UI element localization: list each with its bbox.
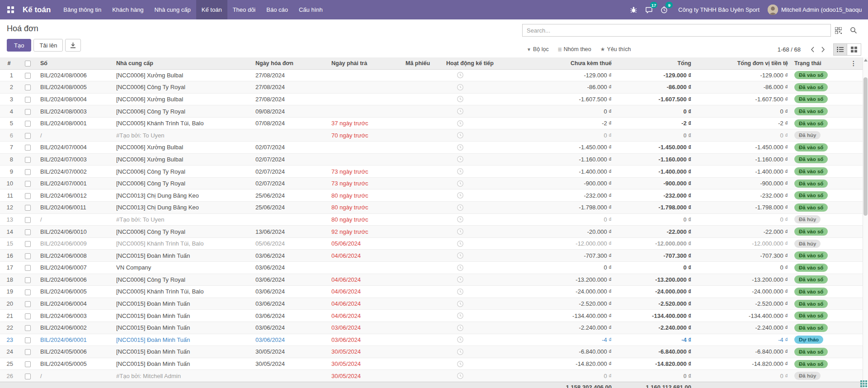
total-currency-cell[interactable]: -4 ₫: [694, 334, 791, 346]
group-by-button[interactable]: ☰ Nhóm theo: [553, 46, 596, 52]
ref-cell[interactable]: [402, 105, 443, 118]
ref-cell[interactable]: [402, 262, 443, 274]
row-checkbox[interactable]: [25, 193, 31, 199]
table-row[interactable]: 10 BIL/2024/07/0001 [NCC0006] Công Ty Ro…: [0, 177, 863, 189]
next-activity-cell[interactable]: [443, 189, 495, 202]
invoice-date-cell[interactable]: 03/06/2024: [252, 310, 328, 322]
untaxed-cell[interactable]: 0 ₫: [495, 105, 615, 118]
total-currency-cell[interactable]: -1.400.000 ₫: [694, 166, 791, 178]
menu-item-reports[interactable]: Báo cáo: [261, 0, 293, 19]
ref-cell[interactable]: [402, 250, 443, 262]
messages-button[interactable]: 17: [641, 0, 656, 19]
row-checkbox[interactable]: [25, 157, 31, 163]
untaxed-cell[interactable]: -20.000 ₫: [495, 226, 615, 238]
row-checkbox[interactable]: [25, 313, 31, 319]
next-activity-cell[interactable]: [443, 202, 495, 214]
activity-clock-icon[interactable]: [457, 71, 492, 79]
ref-cell[interactable]: [402, 286, 443, 298]
header-number[interactable]: Số: [37, 57, 113, 69]
due-date-cell[interactable]: 73 ngày trước: [328, 166, 402, 178]
table-row[interactable]: 9 BIL/2024/07/0002 [NCC0006] Công Ty Roy…: [0, 166, 863, 178]
bill-number-cell[interactable]: BIL/2024/06/0006: [37, 274, 113, 286]
due-date-cell[interactable]: 80 ngày trước: [328, 202, 402, 214]
row-checkbox[interactable]: [25, 277, 31, 283]
activity-clock-icon[interactable]: [457, 144, 492, 151]
vendor-cell[interactable]: [NCC0006] Xưởng Bulbal: [113, 142, 252, 154]
activity-clock-icon[interactable]: [457, 168, 492, 175]
activity-clock-icon[interactable]: [457, 156, 492, 163]
total-cell[interactable]: -900.000 ₫: [615, 177, 694, 189]
total-cell[interactable]: -232.000 ₫: [615, 189, 694, 202]
next-activity-cell[interactable]: [443, 117, 495, 129]
untaxed-cell[interactable]: 0 ₫: [495, 370, 615, 382]
due-date-cell[interactable]: 30/05/2024: [328, 370, 402, 382]
untaxed-cell[interactable]: -13.200.000 ₫: [495, 274, 615, 286]
due-date-cell[interactable]: 70 ngày trước: [328, 129, 402, 142]
total-cell[interactable]: -707.300 ₫: [615, 250, 694, 262]
total-currency-cell[interactable]: -2 ₫: [694, 117, 791, 129]
due-date-cell[interactable]: 80 ngày trước: [328, 213, 402, 226]
invoice-date-cell[interactable]: [252, 213, 328, 226]
due-date-cell[interactable]: 04/06/2024: [328, 250, 402, 262]
invoice-date-cell[interactable]: 02/07/2024: [252, 142, 328, 154]
bill-number-cell[interactable]: BIL/2024/06/0010: [37, 226, 113, 238]
bill-number-cell[interactable]: BIL/2024/07/0003: [37, 153, 113, 166]
total-currency-cell[interactable]: -24.000.000 ₫: [694, 286, 791, 298]
invoice-date-cell[interactable]: 27/08/2024: [252, 81, 328, 94]
next-activity-cell[interactable]: [443, 298, 495, 310]
debug-button[interactable]: [626, 0, 641, 19]
vendor-cell[interactable]: [NCC0013] Chị Dung Băng Keo: [113, 202, 252, 214]
activity-clock-icon[interactable]: [457, 240, 492, 247]
bill-number-cell[interactable]: BIL/2024/06/0005: [37, 286, 113, 298]
bill-number-cell[interactable]: BIL/2024/08/0001: [37, 117, 113, 129]
vendor-cell[interactable]: [NCC0005] Khánh Trình Túi, Balo: [113, 237, 252, 250]
invoice-date-cell[interactable]: 03/06/2024: [252, 250, 328, 262]
invoice-date-cell[interactable]: 27/08/2024: [252, 69, 328, 81]
bill-number-cell[interactable]: BIL/2024/06/0012: [37, 189, 113, 202]
next-activity-cell[interactable]: [443, 262, 495, 274]
vendor-cell[interactable]: [NCC0015] Đoàn Minh Tuấn: [113, 250, 252, 262]
ref-cell[interactable]: [402, 202, 443, 214]
optional-columns-button[interactable]: ⋮: [844, 57, 863, 69]
ref-cell[interactable]: [402, 274, 443, 286]
bill-number-cell[interactable]: BIL/2024/06/0009: [37, 237, 113, 250]
total-cell[interactable]: -22.000 ₫: [615, 226, 694, 238]
row-checkbox[interactable]: [25, 374, 31, 379]
total-cell[interactable]: -12.000.000 ₫: [615, 237, 694, 250]
bill-number-cell[interactable]: BIL/2024/06/0011: [37, 202, 113, 214]
untaxed-cell[interactable]: -1.607.500 ₫: [495, 93, 615, 105]
total-currency-cell[interactable]: -12.000.000 ₫: [694, 237, 791, 250]
header-due-date[interactable]: Ngày phải trả: [328, 57, 402, 69]
row-checkbox[interactable]: [25, 253, 31, 259]
ref-cell[interactable]: [402, 81, 443, 94]
row-checkbox[interactable]: [25, 205, 31, 211]
vendor-cell[interactable]: [NCC0006] Công Ty Royal: [113, 166, 252, 178]
untaxed-cell[interactable]: -24.000.000 ₫: [495, 286, 615, 298]
due-date-cell[interactable]: [328, 262, 402, 274]
table-row[interactable]: 8 BIL/2024/07/0003 [NCC0006] Xưởng Bulba…: [0, 153, 863, 166]
bill-number-cell[interactable]: BIL/2024/06/0008: [37, 250, 113, 262]
next-activity-cell[interactable]: [443, 346, 495, 358]
next-activity-cell[interactable]: [443, 226, 495, 238]
total-currency-cell[interactable]: 0 ₫: [694, 129, 791, 142]
vendor-cell[interactable]: [NCC0006] Công Ty Royal: [113, 177, 252, 189]
total-cell[interactable]: -1.798.000 ₫: [615, 202, 694, 214]
vendor-cell[interactable]: [NCC0013] Chị Dung Băng Keo: [113, 189, 252, 202]
total-cell[interactable]: -6.840.000 ₫: [615, 346, 694, 358]
total-cell[interactable]: -14.820.000 ₫: [615, 358, 694, 370]
table-row[interactable]: 23 BIL/2024/06/0001 [NCC0015] Đoàn Minh …: [0, 334, 863, 346]
activity-clock-icon[interactable]: [457, 204, 492, 211]
table-row[interactable]: 26 / #Tạo bởi: Mitchell Admin 30/05/2024…: [0, 370, 863, 382]
total-currency-cell[interactable]: -232.000 ₫: [694, 189, 791, 202]
activity-clock-icon[interactable]: [457, 312, 492, 319]
vendor-cell[interactable]: #Tạo bởi: To Uyen: [113, 213, 252, 226]
invoice-date-cell[interactable]: 13/06/2024: [252, 226, 328, 238]
total-cell[interactable]: -2 ₫: [615, 117, 694, 129]
activity-clock-icon[interactable]: [457, 132, 492, 139]
bill-number-cell[interactable]: BIL/2024/08/0004: [37, 93, 113, 105]
total-cell[interactable]: 0 ₫: [615, 262, 694, 274]
total-cell[interactable]: -1.160.000 ₫: [615, 153, 694, 166]
vendor-cell[interactable]: [NCC0006] Xưởng Bulbal: [113, 153, 252, 166]
total-cell[interactable]: -1.400.000 ₫: [615, 166, 694, 178]
due-date-cell[interactable]: 04/06/2024: [328, 298, 402, 310]
